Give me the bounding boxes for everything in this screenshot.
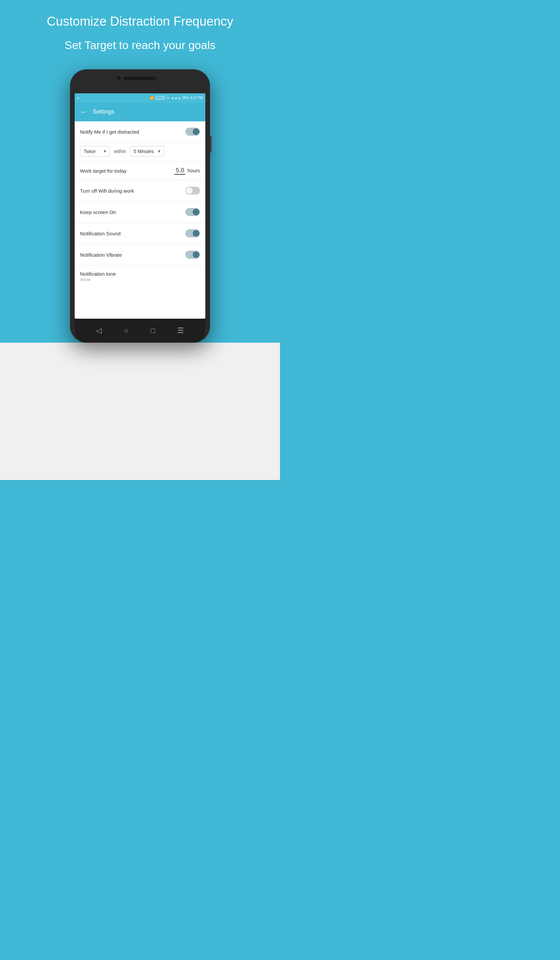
- work-target-row: Work target for today 5.0 hours: [75, 162, 205, 180]
- time-dropdown[interactable]: 5 Minutes ▼: [130, 146, 164, 157]
- wifi-toggle[interactable]: [185, 187, 200, 195]
- notif-sound-toggle[interactable]: [185, 229, 200, 237]
- status-app-name: ●: [77, 96, 79, 100]
- notif-tone-label: Notification tone: [80, 271, 116, 277]
- within-text: within: [114, 149, 126, 154]
- status-sim: 📶: [150, 96, 154, 100]
- status-signal: ▲▲▲: [171, 96, 181, 100]
- notify-toggle[interactable]: [185, 128, 200, 136]
- nav-menu-icon[interactable]: ☰: [178, 326, 184, 335]
- status-volte: VoLTE: [155, 96, 165, 100]
- app-bar: ← Settings: [75, 103, 205, 121]
- notif-vibrate-label: Notification Vibrate: [80, 252, 122, 258]
- phone-screen: ● 📶 VoLTE 4G ▲▲▲ 38% 4:27 PM ← Settings …: [75, 93, 205, 318]
- status-4g: 4G: [166, 96, 170, 99]
- frequency-arrow-icon: ▼: [103, 149, 107, 154]
- screen-label: Keep screen On: [80, 210, 116, 215]
- frequency-row: Twice ▼ within 5 Minutes ▼: [75, 142, 205, 162]
- notif-tone-row[interactable]: Notification tone Arrow: [75, 266, 205, 287]
- top-headlines: Customize Distraction Frequency Set Targ…: [0, 0, 280, 59]
- headline2: Set Target to reach your goals: [7, 38, 274, 52]
- phone-body: ● 📶 VoLTE 4G ▲▲▲ 38% 4:27 PM ← Settings …: [70, 69, 210, 343]
- headline1: Customize Distraction Frequency: [7, 13, 274, 30]
- bottom-section: [0, 343, 280, 480]
- time-value: 5 Minutes: [134, 149, 154, 154]
- wifi-label: Turn off Wifi during work: [80, 188, 134, 194]
- wifi-row: Turn off Wifi during work: [75, 180, 205, 202]
- work-target-unit: hours: [187, 168, 200, 173]
- notif-sound-row: Notification Sound: [75, 223, 205, 244]
- status-battery: 38%: [182, 96, 189, 100]
- notif-vibrate-toggle[interactable]: [185, 251, 200, 259]
- notif-tone-group: Notification tone Arrow: [80, 271, 116, 282]
- phone-camera: [117, 76, 121, 80]
- screen-toggle[interactable]: [185, 208, 200, 216]
- notif-tone-value: Arrow: [80, 277, 116, 282]
- frequency-value: Twice: [84, 149, 96, 154]
- phone-power-button: [210, 136, 212, 153]
- phone-speaker: [123, 77, 157, 80]
- status-bar: ● 📶 VoLTE 4G ▲▲▲ 38% 4:27 PM: [75, 93, 205, 103]
- work-target-value-group: 5.0 hours: [174, 167, 200, 174]
- phone-nav-bar: ◁ ○ □ ☰: [75, 318, 205, 343]
- time-arrow-icon: ▼: [157, 149, 162, 154]
- settings-list: Notify Me if I get distracted Twice ▼ wi…: [75, 121, 205, 318]
- notify-label: Notify Me if I get distracted: [80, 129, 139, 135]
- back-button[interactable]: ←: [80, 108, 87, 116]
- screen-row: Keep screen On: [75, 202, 205, 223]
- app-title: Settings: [93, 108, 114, 115]
- frequency-dropdown[interactable]: Twice ▼: [80, 146, 110, 157]
- work-target-label: Work target for today: [80, 168, 126, 174]
- work-target-number[interactable]: 5.0: [174, 167, 185, 174]
- notif-sound-label: Notification Sound: [80, 231, 121, 236]
- notif-vibrate-row: Notification Vibrate: [75, 244, 205, 266]
- status-time: 4:27 PM: [190, 96, 203, 100]
- nav-recent-icon[interactable]: □: [151, 326, 155, 335]
- notify-row: Notify Me if I get distracted: [75, 121, 205, 142]
- phone-mockup: ● 📶 VoLTE 4G ▲▲▲ 38% 4:27 PM ← Settings …: [70, 69, 210, 343]
- nav-home-icon[interactable]: ○: [124, 326, 128, 335]
- nav-back-icon[interactable]: ◁: [96, 326, 102, 335]
